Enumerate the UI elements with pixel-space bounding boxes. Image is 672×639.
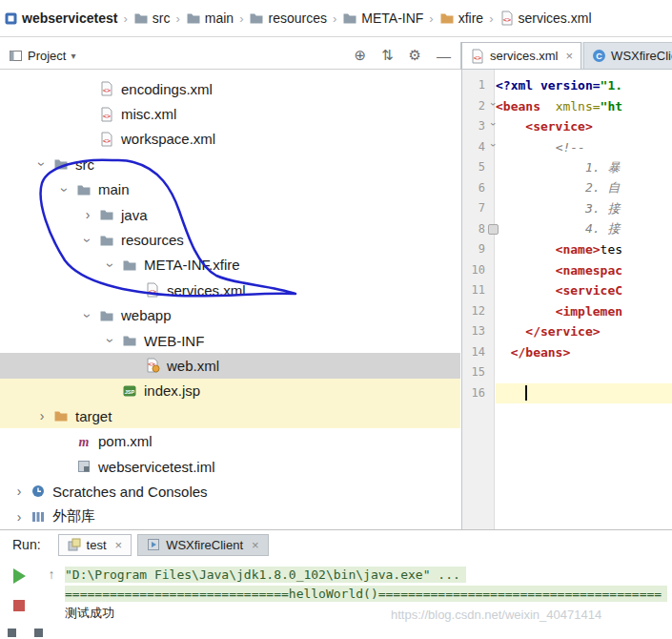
code-token: </service> [525,324,600,339]
breadcrumb-item-webservicetest[interactable]: webservicetest [4,10,117,26]
editor-gutter: 12›3›4›5678910111213141516 [462,70,495,529]
project-toolwindow-icon[interactable] [10,50,22,62]
code-line-3[interactable]: <service> [496,116,672,137]
tree-item-encodings-xml[interactable]: <>encodings.xml [0,76,460,101]
collapse-all-icon[interactable]: ⇅ [381,47,394,64]
editor-tab-services-xml[interactable]: <>services.xml× [461,42,581,69]
console-output: "D:\Program Files\Java\jdk1.8.0_102\bin\… [65,560,672,639]
line-number: 8 [479,222,485,236]
code-line-5[interactable]: 1. 暴 [496,157,672,178]
rerun-button[interactable] [13,568,26,584]
code-line-8[interactable]: 4. 接 [496,219,672,240]
editor-code-area[interactable]: <?xml version="1.<beans xmlns="ht <servi… [496,75,672,403]
tree-item-pom-xml[interactable]: mpom.xml [0,428,460,453]
web-xml-icon: <> [143,358,162,373]
tree-item-src[interactable]: ›src [0,152,460,176]
breadcrumb-separator: › [333,11,336,26]
close-icon[interactable]: × [566,49,574,63]
toolwindow-stripe-icon[interactable] [34,629,43,637]
code-token [496,283,556,298]
tree-item-misc-xml[interactable]: <>misc.xml [0,101,460,126]
folder-icon [133,10,149,26]
tree-item-label: pom.xml [98,433,153,449]
editor-tab-wsxfireclient[interactable]: CWSXfireClient× [583,42,672,69]
toolwindow-stripe-icon[interactable] [8,629,16,637]
code-line-13[interactable]: </service> [496,321,672,342]
editor-panel[interactable]: 12›3›4›5678910111213141516 <?xml version… [461,70,672,529]
code-line-10[interactable]: <namespac [496,260,672,281]
project-panel-header: Project ▾ ⊕⇅⚙— [0,42,460,70]
chevron-right-icon[interactable]: › [78,207,97,222]
tree-item-services-xml[interactable]: <>services.xml [0,278,460,302]
chevron-down-icon[interactable]: › [57,180,72,199]
fold-chevron-icon[interactable]: › [488,122,499,126]
svg-text:JSP: JSP [125,388,135,394]
close-icon[interactable]: × [252,538,259,552]
hide-panel-icon[interactable]: — [437,48,451,64]
tree-item-main[interactable]: ›main [0,177,460,202]
chevron-down-icon[interactable]: › [80,231,95,250]
up-arrow-icon[interactable]: ↑ [49,567,55,582]
code-line-12[interactable]: <implemen [496,301,672,322]
code-line-16[interactable] [496,383,672,404]
breadcrumb-item-src[interactable]: src [133,10,171,26]
run-tab-test[interactable]: test× [58,534,132,556]
chevron-down-icon[interactable]: › [80,306,95,325]
line-number: 1 [479,78,485,92]
code-token [496,181,585,196]
breadcrumb-item-xfire[interactable]: xfire [439,10,483,26]
settings-gear-icon[interactable]: ⚙ [409,47,421,64]
code-line-1[interactable]: <?xml version="1. [496,75,672,96]
tree-item-meta-inf-xfire[interactable]: ›META-INF.xfire [0,253,460,278]
tree-item-label: resources [121,232,184,248]
tree-item-item[interactable]: ›外部库 [0,505,460,529]
breadcrumb-item-main[interactable]: main [186,10,234,26]
run-tab-wsxfireclient[interactable]: WSXfireClient× [137,534,269,556]
chevron-right-icon[interactable]: › [10,484,29,499]
breadcrumb-item-services-xml[interactable]: <>services.xml [499,10,592,26]
close-icon[interactable]: × [115,538,123,552]
tree-item-label: index.jsp [144,382,200,399]
chevron-down-icon[interactable]: › [103,256,118,275]
tree-item-web-inf[interactable]: ›WEB-INF [0,328,460,353]
tree-item-java[interactable]: ›java [0,202,460,227]
tree-item-webservicetest-iml[interactable]: webservicetest.iml [0,454,460,479]
tree-item-resources[interactable]: ›resources [0,227,460,252]
svg-text:<>: <> [103,137,111,145]
tree-item-scratches-and-consoles[interactable]: ›Scratches and Consoles [0,479,460,504]
tree-item-workspace-xml[interactable]: <>workspace.xml [0,127,460,152]
code-line-14[interactable]: </beans> [496,342,672,363]
fold-chevron-icon[interactable]: › [488,102,499,106]
code-token: <serviceC [556,283,622,298]
folder-icon [97,207,116,222]
tree-item-web-xml[interactable]: <>web.xml [0,353,460,378]
code-line-4[interactable]: <!-- [496,137,672,158]
svg-text:<>: <> [103,113,111,120]
chevron-down-icon[interactable]: › [103,331,118,350]
tree-item-index-jsp[interactable]: JSPindex.jsp [0,379,460,403]
code-line-2[interactable]: <beans xmlns="ht [496,96,672,117]
breadcrumb-item-meta-inf[interactable]: META-INF [342,10,423,26]
chevron-right-icon[interactable]: › [10,509,29,525]
tree-item-webapp[interactable]: ›webapp [0,303,460,328]
gutter-marker-icon[interactable] [488,224,499,235]
code-token: <beans [496,99,540,113]
svg-text:<>: <> [149,288,156,296]
code-line-7[interactable]: 3. 接 [496,198,672,219]
project-tree-panel: <>encodings.xml<>misc.xml<>workspace.xml… [0,70,460,529]
chevron-down-icon[interactable]: › [34,155,50,174]
chevron-right-icon[interactable]: › [32,408,51,423]
tree-item-target[interactable]: ›target [0,403,460,428]
code-line-15[interactable] [496,362,672,383]
code-line-9[interactable]: <name>tes [496,239,672,260]
console-text: ==============================helloWorld… [65,586,667,602]
fold-chevron-icon[interactable]: › [488,143,499,147]
project-panel-title[interactable]: Project [28,49,66,63]
stop-button[interactable] [13,600,25,611]
code-line-6[interactable]: 2. 自 [496,178,672,199]
chevron-down-icon[interactable]: ▾ [71,51,75,61]
code-line-11[interactable]: <serviceC [496,280,672,301]
breadcrumb-item-resources[interactable]: resources [249,10,326,26]
code-token [540,99,556,113]
locate-icon[interactable]: ⊕ [354,47,366,64]
